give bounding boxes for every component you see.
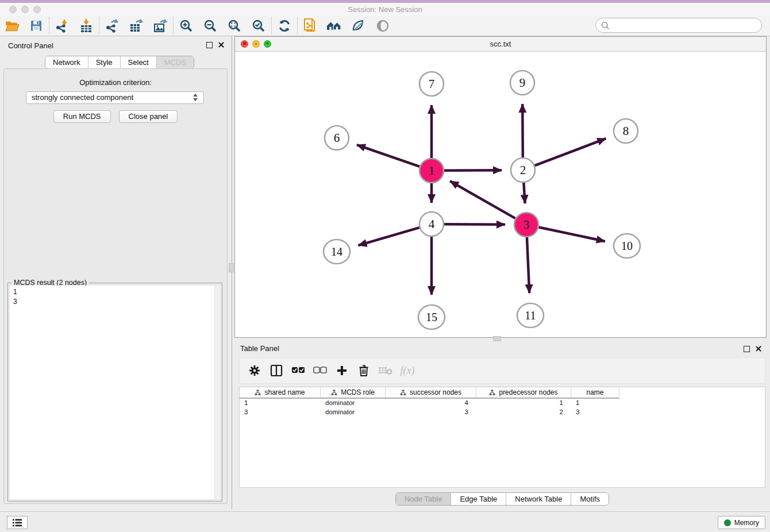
column-header-predecessor-nodes[interactable]: predecessor nodes xyxy=(476,387,571,398)
edge-4-3[interactable] xyxy=(444,224,505,225)
edge-2-8[interactable] xyxy=(535,138,606,165)
main-toolbar xyxy=(0,16,770,36)
network-canvas[interactable]: 7968124314101511 xyxy=(235,52,766,337)
float-table-panel-icon[interactable] xyxy=(744,346,750,352)
node-10[interactable]: 10 xyxy=(614,234,640,258)
zoom-fit-button[interactable] xyxy=(222,17,247,35)
window-title: Session: New Session xyxy=(0,5,770,14)
export-table-button[interactable] xyxy=(124,17,148,35)
result-scrollbar[interactable] xyxy=(214,286,220,499)
cell-predecessor-nodes[interactable]: 1 xyxy=(476,399,571,408)
unselect-all-columns-button[interactable] xyxy=(312,363,328,379)
memory-button[interactable]: Memory xyxy=(718,516,765,529)
select-all-columns-button[interactable] xyxy=(290,363,306,379)
save-session-button[interactable] xyxy=(24,17,48,35)
clone-network-button[interactable] xyxy=(298,17,322,35)
cell-MCDS-role[interactable]: dominator xyxy=(321,399,386,408)
node-6[interactable]: 6 xyxy=(325,126,349,150)
column-browser-button[interactable] xyxy=(268,363,284,379)
zoom-in-button[interactable] xyxy=(174,17,198,35)
cell-shared-name[interactable]: 1 xyxy=(240,399,321,408)
node-14[interactable]: 14 xyxy=(324,240,350,264)
toggle-bird-view-button[interactable] xyxy=(371,17,395,35)
tab-style[interactable]: Style xyxy=(88,56,121,68)
criterion-label: Optimization criterion: xyxy=(4,78,227,87)
node-2[interactable]: 2 xyxy=(511,158,535,182)
edge-4-14[interactable] xyxy=(358,228,419,245)
search-input[interactable] xyxy=(610,20,761,31)
mcds-result-list[interactable]: 1 3 xyxy=(10,286,214,499)
cell-predecessor-nodes[interactable]: 2 xyxy=(476,408,571,417)
create-column-button[interactable] xyxy=(334,363,350,379)
column-header-name[interactable]: name xyxy=(571,387,619,398)
node-3[interactable]: 3 xyxy=(514,213,538,237)
edge-2-9[interactable] xyxy=(522,104,523,157)
edge-1-6[interactable] xyxy=(357,145,419,167)
close-panel-button[interactable]: Close panel xyxy=(119,110,178,123)
node-15[interactable]: 15 xyxy=(418,305,445,329)
table-header-row: shared nameMCDS rolesuccessor nodesprede… xyxy=(240,387,619,399)
float-panel-icon[interactable] xyxy=(206,42,213,48)
export-image-icon xyxy=(153,18,168,33)
search-box[interactable] xyxy=(595,18,762,33)
edge-3-11[interactable] xyxy=(527,237,529,293)
svg-text:6: 6 xyxy=(334,131,340,145)
tab-node-table[interactable]: Node Table xyxy=(396,493,452,505)
node-4[interactable]: 4 xyxy=(419,212,444,236)
vertical-splitter-handle[interactable] xyxy=(229,263,234,272)
svg-text:4: 4 xyxy=(429,217,435,231)
export-image-button[interactable] xyxy=(148,17,172,35)
node-9[interactable]: 9 xyxy=(510,71,534,95)
svg-text:9: 9 xyxy=(519,76,526,90)
node-1[interactable]: 1 xyxy=(419,159,444,183)
column-header-label: predecessor nodes xyxy=(499,388,557,396)
close-table-panel-icon[interactable] xyxy=(755,345,762,352)
run-mcds-button[interactable]: Run MCDS xyxy=(53,110,111,123)
column-header-MCDS-role[interactable]: MCDS role xyxy=(321,387,386,398)
import-network-button[interactable] xyxy=(50,17,74,35)
criterion-select[interactable]: strongly connected component xyxy=(26,91,204,104)
edge-3-10[interactable] xyxy=(539,228,605,241)
cell-successor-nodes[interactable]: 3 xyxy=(386,408,476,417)
delete-columns-button[interactable] xyxy=(356,363,372,379)
cell-name[interactable]: 1 xyxy=(571,399,619,408)
open-session-button[interactable] xyxy=(0,17,24,35)
zoom-out-button[interactable] xyxy=(198,17,222,35)
tab-edge-table[interactable]: Edge Table xyxy=(451,493,506,505)
cell-MCDS-role[interactable]: dominator xyxy=(321,408,386,417)
task-history-button[interactable] xyxy=(7,516,28,529)
edge-2-3[interactable] xyxy=(523,183,525,203)
show-all-networks-button[interactable] xyxy=(322,17,346,35)
tab-network[interactable]: Network xyxy=(45,56,88,68)
cell-successor-nodes[interactable]: 4 xyxy=(386,399,476,408)
column-header-shared-name[interactable]: shared name xyxy=(240,387,321,398)
network-window-titlebar[interactable]: ✕ − + scc.txt xyxy=(235,37,766,52)
apply-layout-button[interactable] xyxy=(272,17,297,35)
node-table[interactable]: shared nameMCDS rolesuccessor nodesprede… xyxy=(239,387,765,488)
export-network-button[interactable] xyxy=(100,17,124,35)
table-row[interactable]: 1dominator411 xyxy=(240,399,619,408)
cell-shared-name[interactable]: 3 xyxy=(240,408,321,417)
cell-name[interactable]: 3 xyxy=(571,408,619,417)
hide-graphics-details-button[interactable] xyxy=(346,17,371,35)
column-header-label: MCDS role xyxy=(341,388,375,396)
import-table-button[interactable] xyxy=(74,17,98,35)
tab-mcds[interactable]: MCDS xyxy=(157,56,194,68)
column-header-successor-nodes[interactable]: successor nodes xyxy=(386,387,476,398)
table-options-button[interactable] xyxy=(247,363,263,379)
edge-1-2[interactable] xyxy=(444,170,502,171)
network-window-title: scc.txt xyxy=(235,40,766,48)
tab-select[interactable]: Select xyxy=(121,56,157,68)
node-8[interactable]: 8 xyxy=(614,119,638,143)
horizontal-splitter-handle[interactable] xyxy=(493,336,501,341)
tab-motifs[interactable]: Motifs xyxy=(571,493,609,505)
node-7[interactable]: 7 xyxy=(419,72,444,96)
zoom-selected-button[interactable] xyxy=(247,17,271,35)
table-row[interactable]: 3dominator323 xyxy=(240,408,619,417)
close-panel-icon[interactable] xyxy=(218,41,225,48)
node-11[interactable]: 11 xyxy=(517,303,544,327)
tab-network-table[interactable]: Network Table xyxy=(506,493,571,505)
svg-text:7: 7 xyxy=(429,77,435,91)
edge-3-1[interactable] xyxy=(450,181,515,218)
columns-icon xyxy=(270,364,283,377)
